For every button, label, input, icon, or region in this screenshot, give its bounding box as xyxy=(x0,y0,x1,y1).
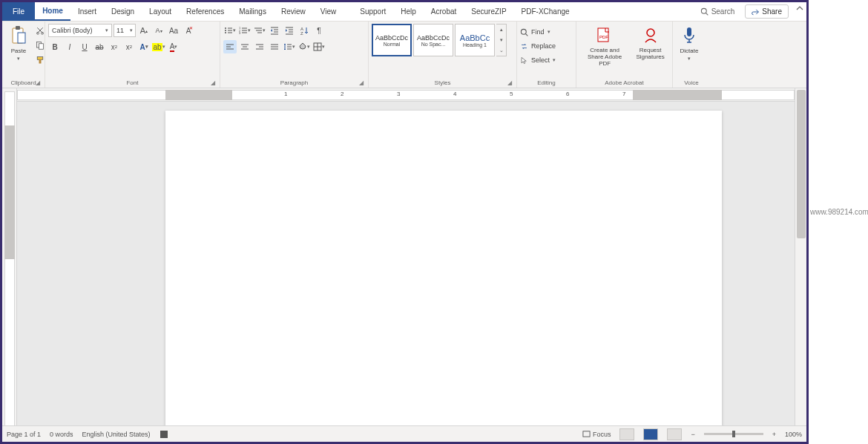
macro-icon[interactable] xyxy=(160,430,168,439)
zoom-thumb[interactable] xyxy=(732,431,735,437)
paste-button[interactable]: Paste ▾ xyxy=(5,24,32,63)
replace-button[interactable]: Replace xyxy=(520,39,556,53)
request-signatures-button[interactable]: Request Signatures xyxy=(631,24,669,62)
svg-rect-8 xyxy=(39,44,44,50)
dialog-launcher-icon[interactable]: ◢ xyxy=(507,79,512,86)
style-heading-1[interactable]: AaBbCc Heading 1 xyxy=(455,24,495,56)
style-no-spacing[interactable]: AaBbCcDc No Spac... xyxy=(413,24,453,56)
increase-indent-button[interactable] xyxy=(283,24,296,37)
zoom-in-button[interactable]: + xyxy=(772,431,776,438)
status-words[interactable]: 0 words xyxy=(50,431,73,438)
sort-button[interactable]: AZ xyxy=(297,24,311,37)
svg-rect-61 xyxy=(583,431,590,437)
tab-pdfxchange[interactable]: PDF-XChange xyxy=(514,2,577,21)
page[interactable] xyxy=(165,111,722,425)
styles-gallery-more[interactable]: ▴ ▾ ⌄ xyxy=(496,24,507,56)
font-name-combo[interactable]: Calibri (Body)▾ xyxy=(48,24,112,37)
tab-home[interactable]: Home xyxy=(35,2,70,21)
share-button[interactable]: Share xyxy=(745,4,789,19)
vertical-ruler xyxy=(2,88,17,425)
dictate-label: Dictate xyxy=(680,48,699,54)
tab-acrobat[interactable]: Acrobat xyxy=(424,2,464,21)
italic-button[interactable]: I xyxy=(63,40,76,53)
watermark: www.989214.com xyxy=(810,208,867,216)
style-name: No Spac... xyxy=(421,42,446,47)
status-page[interactable]: Page 1 of 1 xyxy=(7,431,41,438)
tab-insert[interactable]: Insert xyxy=(70,2,104,21)
dictate-button[interactable]: Dictate ▾ xyxy=(676,24,703,63)
group-label-font: Font◢ xyxy=(48,78,217,88)
create-pdf-label: Create and Share Adobe PDF xyxy=(582,48,627,67)
status-bar: Page 1 of 1 0 words English (United Stat… xyxy=(2,425,806,442)
bold-button[interactable]: B xyxy=(48,40,62,53)
change-case-button[interactable]: Aa xyxy=(167,24,180,37)
expand-icon: ⌄ xyxy=(496,45,506,56)
svg-rect-10 xyxy=(39,59,42,63)
ruler-mark: 4 xyxy=(453,91,456,97)
show-marks-button[interactable]: ¶ xyxy=(312,24,326,37)
underline-button[interactable]: U xyxy=(78,40,91,53)
find-button[interactable]: Find▾ xyxy=(520,25,550,39)
highlight-button[interactable]: ab▾ xyxy=(152,40,165,53)
ruler-mark: 5 xyxy=(510,91,513,97)
subscript-button[interactable]: x2 xyxy=(108,40,121,53)
line-spacing-button[interactable]: ▾ xyxy=(283,40,296,53)
read-mode-button[interactable] xyxy=(619,428,634,440)
font-size-combo[interactable]: 11▾ xyxy=(114,24,136,37)
tab-references[interactable]: References xyxy=(179,2,231,21)
tell-me-search[interactable]: Search xyxy=(694,2,741,21)
borders-button[interactable]: ▾ xyxy=(312,40,326,53)
tab-layout[interactable]: Layout xyxy=(142,2,179,21)
tab-support[interactable]: Support xyxy=(352,2,393,21)
justify-button[interactable] xyxy=(268,40,281,53)
align-center-button[interactable] xyxy=(238,40,251,53)
select-button[interactable]: Select▾ xyxy=(520,53,556,67)
align-left-button[interactable] xyxy=(223,40,237,53)
zoom-level[interactable]: 100% xyxy=(785,431,802,438)
microphone-icon xyxy=(679,25,700,46)
document-area[interactable] xyxy=(17,102,795,425)
scrollbar-thumb[interactable] xyxy=(797,90,806,238)
decrease-indent-button[interactable] xyxy=(268,24,281,37)
dialog-launcher-icon[interactable]: ◢ xyxy=(211,79,215,86)
tab-design[interactable]: Design xyxy=(104,2,142,21)
style-preview: AaBbCc xyxy=(460,33,490,42)
tab-mailings[interactable]: Mailings xyxy=(231,2,274,21)
print-layout-button[interactable] xyxy=(643,428,658,440)
share-icon xyxy=(752,8,759,16)
clear-formatting-button[interactable]: A✕ xyxy=(182,24,195,37)
tab-securezip[interactable]: SecureZIP xyxy=(464,2,513,21)
dialog-launcher-icon[interactable]: ◢ xyxy=(359,79,364,86)
bullets-button[interactable]: ▾ xyxy=(223,24,237,37)
tab-view[interactable]: View xyxy=(313,2,344,21)
status-language[interactable]: English (United States) xyxy=(82,431,151,438)
numbering-button[interactable]: 123▾ xyxy=(238,24,251,37)
font-color-button[interactable]: A▾ xyxy=(167,40,180,53)
tab-help[interactable]: Help xyxy=(393,2,424,21)
superscript-button[interactable]: x2 xyxy=(122,40,136,53)
grow-font-button[interactable]: A▴ xyxy=(137,24,151,37)
svg-text:3: 3 xyxy=(239,31,241,35)
zoom-out-button[interactable]: − xyxy=(691,431,694,438)
tab-review[interactable]: Review xyxy=(274,2,313,21)
svg-point-0 xyxy=(701,8,706,13)
create-share-pdf-button[interactable]: PDF Create and Share Adobe PDF xyxy=(579,24,630,68)
ribbon-collapse-icon[interactable] xyxy=(793,2,806,16)
align-right-button[interactable] xyxy=(253,40,266,53)
text-effects-button[interactable]: A▾ xyxy=(137,40,151,53)
style-normal[interactable]: AaBbCcDc Normal xyxy=(372,24,412,56)
focus-mode-button[interactable]: Focus xyxy=(582,430,611,438)
multilevel-list-button[interactable]: ▾ xyxy=(253,24,266,37)
signature-icon xyxy=(640,25,661,46)
svg-text:PDF: PDF xyxy=(599,35,608,39)
dialog-launcher-icon[interactable]: ◢ xyxy=(36,79,40,86)
vertical-scrollbar[interactable] xyxy=(795,88,806,425)
shrink-font-button[interactable]: A▾ xyxy=(152,24,165,37)
svg-point-54 xyxy=(521,29,526,34)
zoom-slider[interactable] xyxy=(704,433,763,435)
group-paragraph: ▾ 123▾ ▾ AZ ¶ ▾ ▾ ▾ Para xyxy=(220,22,369,88)
shading-button[interactable]: ▾ xyxy=(297,40,311,53)
tab-file[interactable]: File xyxy=(2,2,35,21)
web-layout-button[interactable] xyxy=(667,428,682,440)
strikethrough-button[interactable]: ab xyxy=(93,40,106,53)
